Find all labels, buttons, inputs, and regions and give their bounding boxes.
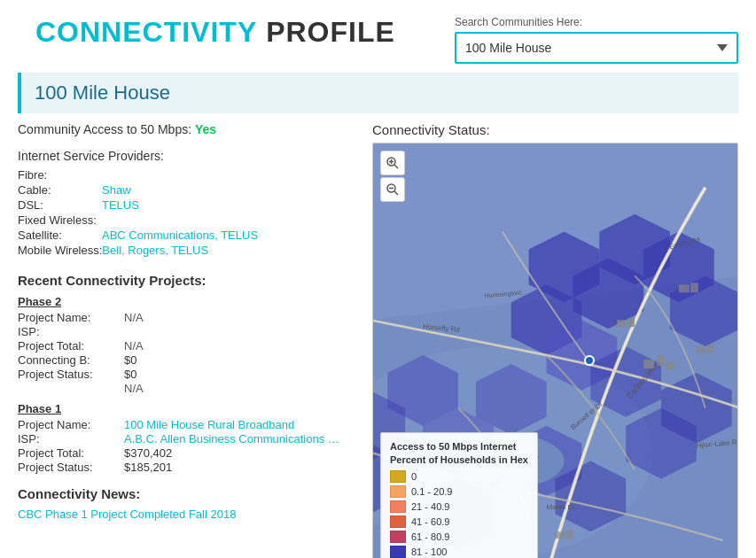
- zoom-out-icon: [386, 183, 399, 196]
- projects-header: Recent Connectivity Projects:: [18, 273, 363, 288]
- legend-row-1: 0.1 - 20.9: [390, 485, 528, 498]
- phase2-extra-row: N/A: [18, 382, 363, 395]
- access-50mbps-value: Yes: [195, 122, 216, 136]
- legend-color-0: [390, 470, 406, 483]
- phase2-status-val: $0: [124, 368, 136, 381]
- legend-color-3: [390, 515, 406, 528]
- phase1-status-key: Project Status:: [18, 461, 124, 474]
- search-label: Search Communities Here:: [455, 16, 582, 28]
- phase1-isp-val[interactable]: A.B.C. Allen Business Communications …: [124, 432, 339, 446]
- phase2-connecting-row: Connecting B: $0: [18, 353, 363, 367]
- legend-row-0: 0: [390, 470, 528, 483]
- isp-row-fibre: Fibre:: [18, 168, 363, 182]
- title-profile: PROFILE: [266, 16, 395, 48]
- svg-rect-32: [657, 355, 664, 366]
- main-content: Community Access to 50 Mbps: Yes Interne…: [0, 122, 756, 558]
- legend-title: Access to 50 Mbps InternetPercent of Hou…: [390, 440, 528, 466]
- phase2-project-name-val: N/A: [124, 311, 144, 324]
- phase1-isp-row: ISP: A.B.C. Allen Business Communication…: [18, 432, 363, 446]
- svg-line-43: [394, 165, 398, 168]
- phase1-total-row: Project Total: $370,402: [18, 446, 363, 460]
- isp-row-dsl: DSL: TELUS: [18, 198, 363, 212]
- legend-label-4: 61 - 80.9: [411, 531, 449, 542]
- map-zoom-in-button[interactable]: [380, 151, 405, 175]
- map-container[interactable]: Cariboo Hwy Exeter Rd Horsefly Rd Hummin…: [372, 143, 738, 558]
- legend-row-5: 81 - 100: [390, 546, 528, 558]
- legend-label-5: 81 - 100: [411, 546, 447, 557]
- title-connectivity: CONNECTIVITY: [35, 16, 257, 48]
- left-panel: Community Access to 50 Mbps: Yes Interne…: [18, 122, 372, 558]
- page-title: CONNECTIVITY PROFILE: [35, 16, 395, 49]
- phase2-project-name-key: Project Name:: [18, 311, 124, 324]
- legend-label-0: 0: [411, 471, 417, 482]
- access-50mbps-label: Community Access to 50 Mbps:: [18, 122, 191, 136]
- isp-type-dsl: DSL:: [18, 198, 102, 212]
- legend-row-4: 61 - 80.9: [390, 531, 528, 543]
- legend-label-1: 0.1 - 20.9: [411, 486, 452, 497]
- phase1-project-name-row: Project Name: 100 Mile House Rural Broad…: [18, 418, 363, 431]
- phase2-extra-val: N/A: [124, 382, 144, 395]
- svg-text:Marks Dr: Marks Dr: [547, 503, 576, 511]
- community-title: 100 Mile House: [18, 73, 738, 113]
- legend-row-3: 41 - 60.9: [390, 515, 528, 528]
- map-controls: [380, 151, 405, 202]
- search-area: Search Communities Here: 100 Mile House: [455, 16, 738, 64]
- svg-line-47: [394, 191, 398, 195]
- svg-rect-31: [643, 360, 654, 368]
- phase1-total-key: Project Total:: [18, 446, 124, 460]
- phase1-project-name-key: Project Name:: [18, 418, 124, 431]
- projects-section: Recent Connectivity Projects: Phase 2 Pr…: [18, 273, 363, 474]
- isp-row-satellite: Satellite: ABC Communications, TELUS: [18, 229, 363, 242]
- legend-row-2: 21 - 40.9: [390, 500, 528, 513]
- svg-rect-33: [666, 362, 674, 369]
- phase1-status-row: Project Status: $185,201: [18, 461, 363, 474]
- isp-names-dsl: TELUS: [102, 198, 139, 212]
- community-search-select[interactable]: 100 Mile House: [455, 32, 738, 64]
- svg-rect-35: [627, 318, 635, 327]
- isp-names-cable: Shaw: [102, 183, 131, 197]
- legend-color-1: [390, 485, 406, 498]
- project-block-phase1: Phase 1 Project Name: 100 Mile House Rur…: [18, 402, 363, 474]
- phase2-total-val: N/A: [124, 339, 144, 353]
- phase1-project-name-val[interactable]: 100 Mile House Rural Broadband: [124, 418, 294, 431]
- phase2-label: Phase 2: [18, 295, 363, 308]
- legend-color-5: [390, 546, 406, 558]
- phase2-status-row: Project Status: $0: [18, 368, 363, 381]
- svg-rect-36: [679, 284, 690, 292]
- isp-names-satellite: ABC Communications, TELUS: [102, 229, 258, 242]
- phase1-total-val: $370,402: [124, 446, 172, 460]
- isp-row-fixed: Fixed Wireless:: [18, 213, 363, 227]
- legend-color-4: [390, 531, 406, 543]
- news-header: Connectivity News:: [18, 486, 363, 501]
- svg-rect-41: [707, 345, 714, 353]
- project-block-phase2: Phase 2 Project Name: N/A ISP: Project T…: [18, 295, 363, 395]
- map-legend: Access to 50 Mbps InternetPercent of Hou…: [380, 432, 538, 558]
- svg-rect-34: [617, 320, 626, 327]
- phase1-label: Phase 1: [18, 402, 363, 415]
- phase1-status-val: $185,201: [124, 461, 172, 474]
- svg-rect-40: [697, 346, 705, 353]
- isp-row-mobile: Mobile Wireless: Bell, Rogers, TELUS: [18, 244, 363, 257]
- legend-label-3: 41 - 60.9: [411, 516, 449, 527]
- phase2-status-key: Project Status:: [18, 368, 124, 381]
- access-50mbps-section: Community Access to 50 Mbps: Yes: [18, 122, 363, 136]
- phase2-isp-key: ISP:: [18, 325, 124, 338]
- map-zoom-out-button[interactable]: [380, 177, 405, 202]
- map-title: Connectivity Status:: [372, 122, 738, 137]
- phase1-isp-key: ISP:: [18, 432, 124, 446]
- isp-type-satellite: Satellite:: [18, 229, 102, 242]
- phase2-total-key: Project Total:: [18, 339, 124, 353]
- phase2-total-row: Project Total: N/A: [18, 339, 363, 353]
- phase2-isp-row: ISP:: [18, 325, 363, 338]
- svg-rect-39: [565, 530, 573, 539]
- phase2-project-name-row: Project Name: N/A: [18, 311, 363, 324]
- news-link[interactable]: CBC Phase 1 Project Completed Fall 2018: [18, 508, 236, 521]
- zoom-icon: [386, 157, 399, 169]
- isp-type-cable: Cable:: [18, 183, 102, 197]
- phase2-connecting-key: Connecting B:: [18, 353, 124, 367]
- isp-type-fixed: Fixed Wireless:: [18, 213, 102, 227]
- svg-rect-38: [556, 531, 565, 539]
- legend-label-2: 21 - 40.9: [411, 501, 449, 512]
- right-panel: Connectivity Status:: [372, 122, 738, 558]
- phase2-connecting-val: $0: [124, 353, 136, 367]
